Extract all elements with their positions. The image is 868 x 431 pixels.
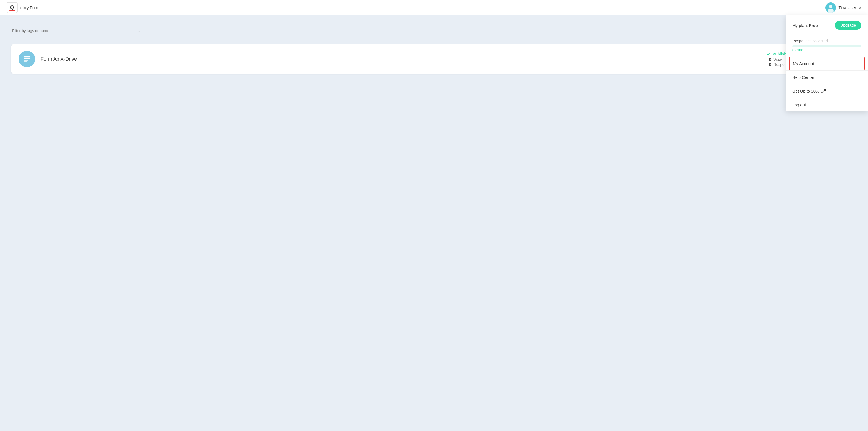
svg-rect-3: [24, 56, 30, 58]
header-left: Q › My Forms: [7, 2, 41, 13]
menu-item-my-account[interactable]: My Account: [789, 57, 865, 70]
form-icon: [19, 51, 35, 67]
filter-bar: ⌄ Create New Form: [11, 24, 857, 38]
user-menu-trigger[interactable]: Tina User ∧: [826, 2, 861, 13]
breadcrumb-arrow: ›: [20, 5, 21, 10]
views-label: Views: [773, 57, 783, 62]
chevron-up-icon: ∧: [859, 6, 861, 10]
logo: Q: [7, 2, 18, 13]
dropdown-menu: My plan: Free Upgrade Responses collecte…: [786, 16, 868, 112]
plan-label: My plan: Free: [792, 23, 818, 28]
plan-label-text: My plan:: [792, 23, 808, 28]
svg-rect-5: [24, 60, 28, 61]
responses-count: 0: [767, 62, 771, 67]
menu-item-logout[interactable]: Log out: [786, 98, 868, 112]
user-name: Tina User: [839, 5, 856, 10]
svg-point-1: [829, 5, 832, 8]
avatar: [826, 2, 836, 13]
responses-section: Responses collected 0 / 100: [786, 34, 868, 57]
logo-letter: Q: [10, 5, 14, 10]
plan-name: Free: [809, 23, 818, 28]
breadcrumb-text: My Forms: [23, 5, 42, 10]
responses-bar-background: [792, 45, 861, 47]
responses-collected-label: Responses collected: [792, 39, 861, 43]
menu-item-help-center[interactable]: Help Center: [786, 70, 868, 84]
svg-rect-4: [24, 59, 30, 59]
check-icon: ✔: [767, 52, 770, 57]
views-count: 0: [767, 57, 771, 62]
upgrade-button[interactable]: Upgrade: [835, 21, 861, 30]
filter-input[interactable]: [11, 26, 143, 35]
header: Q › My Forms Tina User ∧: [0, 0, 868, 16]
form-name: Form ApiX-Drive: [41, 56, 761, 62]
plan-row: My plan: Free Upgrade: [786, 16, 868, 34]
form-card: Form ApiX-Drive ✔ Published 0 Views 0 Re…: [11, 44, 857, 74]
svg-rect-6: [24, 61, 27, 62]
main-content: ⌄ Create New Form Form ApiX-Drive ✔ Publ…: [0, 16, 868, 431]
menu-item-discount[interactable]: Get Up to 30% Off: [786, 84, 868, 98]
filter-wrapper: ⌄: [11, 26, 143, 35]
responses-count-display: 0 / 100: [792, 48, 861, 52]
